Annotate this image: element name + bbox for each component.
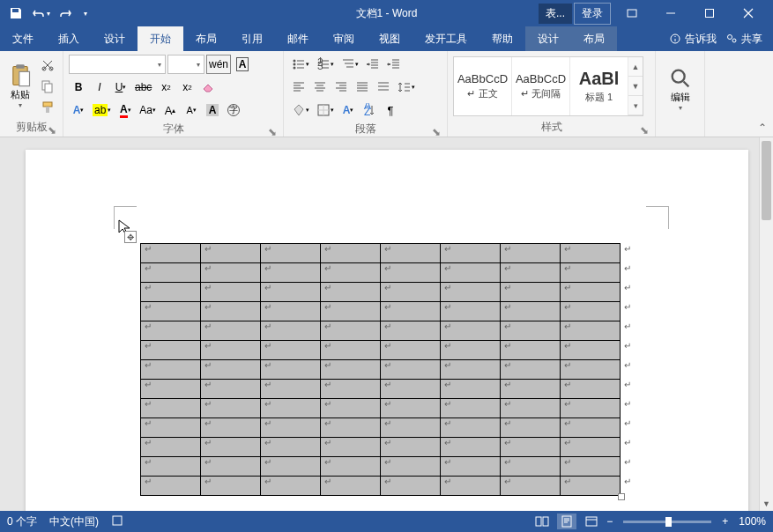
table-cell[interactable]: ↵ — [620, 302, 635, 321]
style-nospacing[interactable]: AaBbCcD↵ 无间隔 — [512, 57, 570, 115]
zoom-slider[interactable] — [623, 521, 711, 523]
table-cell[interactable]: ↵ — [560, 399, 620, 418]
bullets-icon[interactable]: ▾ — [289, 55, 312, 74]
tab-view[interactable]: 视图 — [367, 26, 413, 51]
change-case-icon[interactable]: Aa▾ — [137, 100, 159, 120]
bold-button[interactable]: B — [69, 78, 88, 97]
redo-icon[interactable] — [55, 3, 76, 24]
document-table[interactable]: ↵↵↵↵↵↵↵↵↵↵↵↵↵↵↵↵↵↵↵↵↵↵↵↵↵↵↵↵↵↵↵↵↵↵↵↵↵↵↵↵… — [140, 243, 635, 496]
tab-help[interactable]: 帮助 — [479, 26, 525, 51]
table-cell[interactable]: ↵ — [320, 360, 380, 380]
table-cell[interactable]: ↵ — [200, 438, 260, 457]
table-cell[interactable]: ↵ — [440, 438, 500, 457]
table-cell[interactable]: ↵ — [320, 341, 380, 360]
table-cell[interactable]: ↵ — [620, 283, 635, 302]
table-cell[interactable]: ↵ — [140, 283, 200, 302]
copy-icon[interactable] — [38, 77, 57, 96]
table-cell[interactable]: ↵ — [320, 438, 380, 457]
table-cell[interactable]: ↵ — [140, 341, 200, 360]
table-cell[interactable]: ↵ — [620, 418, 635, 438]
table-cell[interactable]: ↵ — [200, 477, 260, 496]
highlight-icon[interactable]: ab▾ — [90, 100, 114, 120]
accessibility-icon[interactable] — [111, 514, 123, 529]
table-cell[interactable]: ↵ — [380, 321, 440, 341]
table-cell[interactable]: ↵ — [320, 380, 380, 399]
table-cell[interactable]: ↵ — [620, 263, 635, 283]
table-cell[interactable]: ↵ — [320, 399, 380, 418]
table-cell[interactable]: ↵ — [140, 360, 200, 380]
table-cell[interactable]: ↵ — [380, 399, 440, 418]
vertical-scrollbar[interactable]: ▲ ▼ — [759, 137, 773, 511]
table-cell[interactable]: ↵ — [560, 457, 620, 477]
styles-launcher-icon[interactable]: ⬊ — [639, 124, 650, 135]
table-cell[interactable]: ↵ — [380, 380, 440, 399]
print-layout-icon[interactable] — [557, 514, 576, 529]
save-icon[interactable] — [5, 3, 26, 24]
table-resize-handle-icon[interactable] — [618, 493, 625, 500]
table-cell[interactable]: ↵ — [440, 283, 500, 302]
decrease-indent-icon[interactable] — [363, 55, 383, 74]
table-cell[interactable]: ↵ — [620, 380, 635, 399]
clear-format-icon[interactable] — [198, 78, 218, 97]
table-cell[interactable]: ↵ — [500, 283, 560, 302]
table-cell[interactable]: ↵ — [440, 457, 500, 477]
table-cell[interactable]: ↵ — [560, 244, 620, 263]
table-cell[interactable]: ↵ — [260, 438, 320, 457]
table-cell[interactable]: ↵ — [260, 477, 320, 496]
grow-font-icon[interactable]: A▴ — [160, 100, 180, 120]
language-status[interactable]: 中文(中国) — [49, 514, 99, 529]
table-cell[interactable]: ↵ — [500, 360, 560, 380]
text-effects-icon[interactable]: A▾ — [69, 100, 88, 120]
style-heading1[interactable]: AaBl标题 1 — [570, 57, 628, 115]
table-cell[interactable]: ↵ — [500, 399, 560, 418]
table-cell[interactable]: ↵ — [380, 283, 440, 302]
table-cell[interactable]: ↵ — [500, 457, 560, 477]
table-cell[interactable]: ↵ — [500, 263, 560, 283]
table-cell[interactable]: ↵ — [140, 477, 200, 496]
character-border-icon[interactable]: A — [233, 55, 252, 74]
table-cell[interactable]: ↵ — [260, 399, 320, 418]
table-cell[interactable]: ↵ — [260, 360, 320, 380]
zoom-level[interactable]: 100% — [739, 515, 766, 528]
scroll-down-icon[interactable]: ▼ — [760, 497, 773, 511]
table-cell[interactable]: ↵ — [260, 380, 320, 399]
zoom-out-button[interactable]: − — [606, 515, 613, 528]
gallery-up-icon[interactable]: ▲ — [628, 57, 643, 77]
enclose-character-icon[interactable]: 字 — [224, 100, 243, 120]
show-marks-icon[interactable]: ¶ — [381, 100, 400, 120]
table-cell[interactable]: ↵ — [200, 341, 260, 360]
table-cell[interactable]: ↵ — [200, 360, 260, 380]
table-cell[interactable]: ↵ — [500, 244, 560, 263]
table-cell[interactable]: ↵ — [380, 263, 440, 283]
table-cell[interactable]: ↵ — [620, 244, 635, 263]
close-icon[interactable] — [729, 0, 768, 26]
align-distribute-icon[interactable] — [374, 78, 393, 97]
table-cell[interactable]: ↵ — [260, 244, 320, 263]
tab-home[interactable]: 开始 — [138, 26, 183, 51]
qat-customize-icon[interactable]: ▾ — [79, 3, 92, 24]
table-cell[interactable]: ↵ — [140, 321, 200, 341]
tab-devtools[interactable]: 发开工具 — [413, 26, 479, 51]
editing-button[interactable]: 编辑 ▾ — [661, 59, 699, 119]
table-cell[interactable]: ↵ — [500, 321, 560, 341]
table-cell[interactable]: ↵ — [380, 457, 440, 477]
font-color-icon[interactable]: A▾ — [115, 100, 135, 120]
table-cell[interactable]: ↵ — [620, 399, 635, 418]
table-cell[interactable]: ↵ — [320, 457, 380, 477]
document-page[interactable]: ✥ ↵↵↵↵↵↵↵↵↵↵↵↵↵↵↵↵↵↵↵↵↵↵↵↵↵↵↵↵↵↵↵↵↵↵↵↵↵↵… — [26, 150, 748, 511]
asian-layout-icon[interactable]: A▾ — [338, 100, 358, 120]
paragraph-launcher-icon[interactable]: ⬊ — [431, 126, 442, 137]
table-cell[interactable]: ↵ — [440, 477, 500, 496]
table-cell[interactable]: ↵ — [260, 457, 320, 477]
tell-me-button[interactable]: 告诉我 — [669, 32, 717, 47]
phonetic-guide-icon[interactable]: wén — [206, 55, 231, 74]
table-cell[interactable]: ↵ — [320, 283, 380, 302]
numbering-icon[interactable]: 123▾ — [314, 55, 337, 74]
table-cell[interactable]: ↵ — [140, 244, 200, 263]
table-cell[interactable]: ↵ — [620, 321, 635, 341]
undo-icon[interactable]: ▾ — [30, 3, 51, 24]
table-cell[interactable]: ↵ — [380, 418, 440, 438]
table-cell[interactable]: ↵ — [140, 380, 200, 399]
gallery-more-icon[interactable]: ▾ — [628, 96, 643, 115]
character-shading-icon[interactable]: A — [203, 100, 222, 120]
